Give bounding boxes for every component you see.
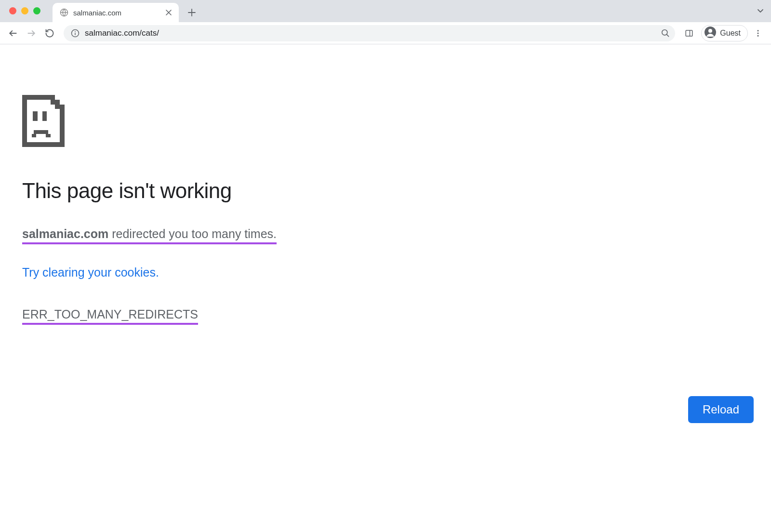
svg-rect-17 xyxy=(34,130,48,133)
svg-rect-19 xyxy=(46,134,51,137)
error-page: This page isn't working salmaniac.com re… xyxy=(0,44,771,325)
chevron-down-icon xyxy=(757,7,764,14)
close-tab-button[interactable] xyxy=(164,8,173,17)
window-maximize-button[interactable] xyxy=(33,7,40,14)
close-icon xyxy=(166,10,172,15)
browser-tab[interactable]: salmaniac.com xyxy=(53,3,179,22)
svg-rect-13 xyxy=(51,100,55,105)
site-info-button[interactable] xyxy=(70,28,80,38)
back-button[interactable] xyxy=(5,25,21,41)
window-minimize-button[interactable] xyxy=(21,7,28,14)
address-bar[interactable] xyxy=(64,25,675,41)
svg-rect-18 xyxy=(32,134,37,137)
window-controls xyxy=(9,7,40,14)
toolbar: Guest xyxy=(0,22,771,44)
tab-title: salmaniac.com xyxy=(73,9,164,17)
error-host: salmaniac.com xyxy=(22,227,108,240)
kebab-icon xyxy=(754,29,762,38)
window-close-button[interactable] xyxy=(9,7,16,14)
svg-rect-6 xyxy=(686,30,693,36)
zoom-button[interactable] xyxy=(660,28,670,39)
svg-point-9 xyxy=(708,29,712,33)
svg-line-5 xyxy=(666,35,668,37)
svg-point-11 xyxy=(758,32,759,34)
magnifier-icon xyxy=(661,28,670,38)
profile-label: Guest xyxy=(720,29,741,38)
new-tab-button[interactable] xyxy=(184,4,200,21)
period: . xyxy=(156,266,159,279)
plus-icon xyxy=(188,9,196,16)
svg-rect-15 xyxy=(33,111,38,121)
arrow-left-icon xyxy=(8,28,18,38)
info-icon xyxy=(71,29,80,38)
svg-point-10 xyxy=(758,30,759,31)
avatar-icon xyxy=(705,27,716,40)
chrome-menu-button[interactable] xyxy=(750,25,766,41)
panel-icon xyxy=(685,29,693,38)
globe-icon xyxy=(59,8,68,17)
error-cookies-line: Try clearing your cookies. xyxy=(22,265,749,280)
reload-toolbar-button[interactable] xyxy=(41,25,58,41)
reload-button[interactable]: Reload xyxy=(688,396,754,423)
url-input[interactable] xyxy=(85,28,655,38)
svg-point-3 xyxy=(75,31,76,32)
reload-icon xyxy=(45,28,54,38)
svg-rect-14 xyxy=(55,105,60,109)
arrow-right-icon xyxy=(27,28,36,38)
error-redirect-message: salmaniac.com redirected you too many ti… xyxy=(22,226,277,245)
svg-point-12 xyxy=(758,35,759,36)
tab-strip: salmaniac.com xyxy=(0,0,771,22)
error-redirect-text: redirected you too many times. xyxy=(108,227,277,240)
profile-button[interactable]: Guest xyxy=(701,25,748,41)
error-title: This page isn't working xyxy=(22,179,749,203)
side-panel-button[interactable] xyxy=(681,25,697,41)
tabs-dropdown-button[interactable] xyxy=(757,7,764,16)
svg-rect-16 xyxy=(42,111,47,121)
forward-button[interactable] xyxy=(23,25,40,41)
error-code: ERR_TOO_MANY_REDIRECTS xyxy=(22,306,198,325)
clear-cookies-link[interactable]: Try clearing your cookies xyxy=(22,266,156,279)
sad-file-icon xyxy=(22,95,65,147)
